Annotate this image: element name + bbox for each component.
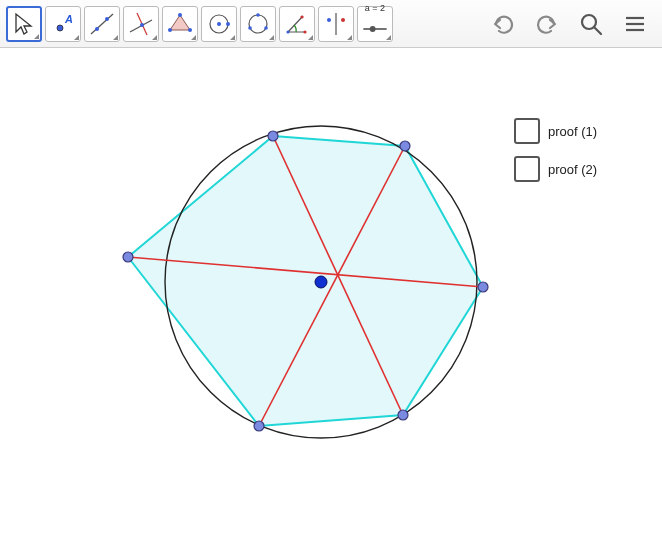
- chevron-down-icon: [74, 35, 79, 40]
- svg-point-23: [327, 18, 331, 22]
- checkbox-proof-2[interactable]: [514, 156, 540, 182]
- tool-slider[interactable]: a = 2: [357, 6, 393, 42]
- vertex-0[interactable]: [268, 131, 278, 141]
- chevron-down-icon: [191, 35, 196, 40]
- proof-controls: proof (1) proof (2): [514, 118, 597, 182]
- svg-point-10: [188, 28, 192, 32]
- tool-polygon[interactable]: [162, 6, 198, 42]
- chevron-down-icon: [152, 35, 157, 40]
- center-point[interactable]: [315, 276, 327, 288]
- svg-text:A: A: [64, 13, 73, 25]
- vertex-4[interactable]: [254, 421, 264, 431]
- chevron-down-icon: [34, 34, 39, 39]
- checkbox-proof-1[interactable]: [514, 118, 540, 144]
- svg-point-3: [95, 27, 99, 31]
- vertex-1[interactable]: [400, 141, 410, 151]
- svg-line-28: [594, 27, 601, 34]
- undo-button[interactable]: [488, 9, 518, 39]
- tool-reflect[interactable]: [318, 6, 354, 42]
- vertex-2[interactable]: [478, 282, 488, 292]
- svg-point-9: [178, 13, 182, 17]
- svg-point-18: [264, 26, 268, 30]
- svg-point-7: [140, 23, 144, 27]
- svg-point-16: [256, 13, 260, 17]
- chevron-down-icon: [347, 35, 352, 40]
- tool-point[interactable]: A: [45, 6, 81, 42]
- tool-circle-3pts[interactable]: [240, 6, 276, 42]
- svg-point-20: [303, 30, 306, 33]
- chevron-down-icon: [269, 35, 274, 40]
- toolbar-right: [488, 9, 656, 39]
- toolbar: A: [0, 0, 662, 48]
- slider-label: a = 2: [365, 4, 385, 13]
- tool-circle-center[interactable]: [201, 6, 237, 42]
- hexagon[interactable]: [128, 136, 483, 426]
- svg-point-13: [217, 22, 221, 26]
- tool-line[interactable]: [84, 6, 120, 42]
- chevron-down-icon: [113, 35, 118, 40]
- checkbox-proof-2-label: proof (2): [548, 162, 597, 177]
- svg-point-24: [341, 18, 345, 22]
- svg-point-4: [105, 17, 109, 21]
- chevron-down-icon: [230, 35, 235, 40]
- vertex-5[interactable]: [123, 252, 133, 262]
- chevron-down-icon: [386, 35, 391, 40]
- svg-point-17: [248, 26, 252, 30]
- tool-perpendicular[interactable]: [123, 6, 159, 42]
- svg-marker-8: [170, 15, 190, 30]
- redo-button[interactable]: [532, 9, 562, 39]
- svg-point-14: [226, 22, 230, 26]
- checkbox-proof-1-row: proof (1): [514, 118, 597, 144]
- svg-line-2: [91, 14, 113, 34]
- checkbox-proof-2-row: proof (2): [514, 156, 597, 182]
- menu-button[interactable]: [620, 9, 650, 39]
- svg-point-15: [249, 15, 267, 33]
- search-button[interactable]: [576, 9, 606, 39]
- tool-group: A: [6, 6, 393, 42]
- svg-point-1: [57, 25, 63, 31]
- svg-point-21: [300, 15, 303, 18]
- tool-move[interactable]: [6, 6, 42, 42]
- chevron-down-icon: [308, 35, 313, 40]
- svg-point-19: [286, 30, 289, 33]
- vertex-3[interactable]: [398, 410, 408, 420]
- svg-point-26: [370, 26, 376, 32]
- svg-point-11: [168, 28, 172, 32]
- tool-angle[interactable]: [279, 6, 315, 42]
- checkbox-proof-1-label: proof (1): [548, 124, 597, 139]
